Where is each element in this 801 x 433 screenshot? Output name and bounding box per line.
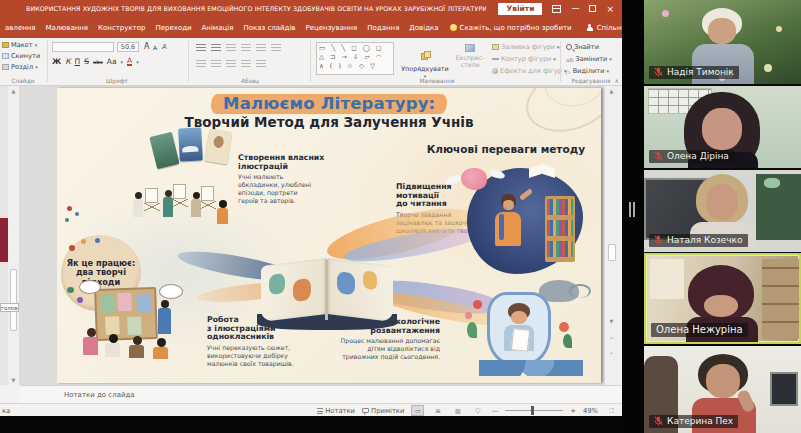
tell-me-box[interactable]: Скажіть, що потрібно зробити xyxy=(450,24,572,32)
scrollbar-thumb[interactable] xyxy=(10,269,17,331)
align-left-icon[interactable] xyxy=(196,60,206,67)
participant-video-kateryna-pekh[interactable]: Катерина Пех xyxy=(644,346,801,433)
title-bar: ВИКОРИСТАННЯ ХУДОЖНІХ ТВОРІВ ДЛЯ ВИХОВАН… xyxy=(0,0,622,17)
small-strike-icon[interactable]: abc xyxy=(93,59,103,65)
layout-button[interactable]: Макет▾ xyxy=(2,41,40,49)
person-icon xyxy=(586,24,594,32)
align-center-icon[interactable] xyxy=(211,60,221,67)
collapse-ribbon-icon[interactable]: ∧ xyxy=(615,77,619,84)
find-button[interactable]: Знайти xyxy=(566,43,612,51)
font-color-button[interactable]: А xyxy=(127,57,132,66)
columns-icon[interactable] xyxy=(256,60,266,67)
shape-outline-button[interactable]: Контур фігури▾ xyxy=(492,55,566,63)
clear-format-icon[interactable]: A̸ xyxy=(162,43,167,51)
participant-video-olena-dirina[interactable]: Олена Діріна xyxy=(644,86,801,168)
strikethrough-button[interactable]: S xyxy=(84,57,89,66)
tab-pokaz-slaidiv[interactable]: Показ слайдів xyxy=(238,24,300,32)
notes-toggle[interactable]: Нотатки xyxy=(317,407,355,415)
bold-button[interactable]: Ж xyxy=(52,57,61,66)
reading-view-button[interactable]: ▥ xyxy=(451,405,464,416)
previous-slide-button[interactable]: ⌃ xyxy=(605,336,618,343)
tab-malyuvannya[interactable]: Малювання xyxy=(41,24,93,32)
fit-to-window-button[interactable]: ⛶ xyxy=(605,405,618,416)
quick-styles-button[interactable]: Експрес- стили xyxy=(452,44,488,68)
select-button[interactable]: ▷Виділити▾ xyxy=(566,67,612,75)
zoom-in-button[interactable]: + xyxy=(570,407,576,415)
indent-decrease-icon[interactable] xyxy=(226,44,236,51)
tab-vstavlennya[interactable]: авлення xyxy=(0,24,41,32)
zoom-level[interactable]: 49% xyxy=(583,407,598,415)
line-spacing-icon[interactable] xyxy=(256,44,266,51)
slides-group-label: Слайди xyxy=(0,78,46,84)
participant-name-label: Катерина Пех xyxy=(649,415,738,428)
zoom-slider[interactable] xyxy=(505,410,563,411)
status-left-fragment: ка xyxy=(2,407,10,415)
screen: ВИКОРИСТАННЯ ХУДОЖНІХ ТВОРІВ ДЛЯ ВИХОВАН… xyxy=(0,0,801,433)
participant-video-nadiia-tymonik[interactable]: Надія Тимонік xyxy=(644,0,801,84)
close-button[interactable]: × xyxy=(606,5,614,13)
italic-button[interactable]: К xyxy=(65,57,70,66)
wave-icon xyxy=(479,360,583,376)
shape-fill-button[interactable]: Заливка фігури▾ xyxy=(492,43,566,51)
slideshow-button[interactable]: ⛉ xyxy=(471,405,484,416)
change-case-button[interactable]: Аа xyxy=(107,57,117,66)
how-it-works-text: Як це працює: два творчі підходи xyxy=(67,259,135,287)
tab-animatsiya[interactable]: Анімація xyxy=(197,24,239,32)
comments-toggle[interactable]: Примітки xyxy=(362,407,404,415)
slide-canvas[interactable]: Малюємо Літературу: Творчий Метод для За… xyxy=(57,88,601,383)
justify-icon[interactable] xyxy=(241,60,251,67)
indent-increase-icon[interactable] xyxy=(241,44,251,51)
notes-panel[interactable]: Нотатки до слайда xyxy=(20,385,622,403)
normal-view-button[interactable]: ▭ xyxy=(411,405,424,416)
underline-button[interactable]: П xyxy=(75,57,81,66)
tab-podannya[interactable]: Подання xyxy=(362,24,404,32)
participant-video-olena-nezhurina[interactable]: Олена Нежуріна xyxy=(644,253,801,344)
arrange-button[interactable]: Упорядкувати ▾ xyxy=(400,44,450,79)
thumbnails-scrollbar[interactable]: ▲ ▼ xyxy=(8,86,20,385)
slide-thumbnail-partial[interactable] xyxy=(0,218,8,262)
align-right-icon[interactable] xyxy=(226,60,236,67)
flower-icon xyxy=(559,322,569,332)
replace-button[interactable]: abЗамінити▾ xyxy=(566,55,612,63)
participant-video-natalia-kozechko[interactable]: Наталя Козечко xyxy=(644,170,801,252)
font-name-input[interactable] xyxy=(52,42,114,52)
grow-font-button[interactable]: А xyxy=(144,42,149,51)
numbering-icon[interactable] xyxy=(211,44,221,51)
wing-icon xyxy=(444,174,461,186)
participant-name-label: Олена Діріна xyxy=(649,150,734,163)
drawing-group-label: Малювання xyxy=(314,78,560,84)
shrink-font-button[interactable]: А xyxy=(153,44,157,51)
minimize-button[interactable]: — xyxy=(571,5,579,13)
text-direction-icon[interactable] xyxy=(271,44,281,51)
slide-sorter-view-button[interactable]: ⊞ xyxy=(431,405,444,416)
zoom-slider-thumb[interactable] xyxy=(531,406,534,415)
section-button[interactable]: Розділ▾ xyxy=(2,63,40,71)
divider-handle[interactable] xyxy=(629,202,631,217)
tab-konstruktor[interactable]: Конструктор xyxy=(93,24,150,32)
participant-name-label: Надія Тимонік xyxy=(649,66,739,79)
arrange-icon xyxy=(421,51,429,59)
tab-perekhody[interactable]: Переходи xyxy=(150,24,196,32)
panel-divider[interactable] xyxy=(622,0,644,433)
lightbulb-icon xyxy=(450,24,457,31)
font-size-input[interactable]: 50,6 xyxy=(117,42,139,52)
notes-placeholder: Нотатки до слайда xyxy=(64,391,135,399)
maximize-button[interactable] xyxy=(589,5,596,12)
shape-effects-button[interactable]: Ефекти для фігур▾ xyxy=(492,67,566,75)
mic-muted-icon xyxy=(654,416,663,426)
window-light xyxy=(650,259,684,299)
bullets-icon[interactable] xyxy=(196,44,206,51)
slide-scrollbar[interactable]: ▲ ▼ ⌃ ⌄ xyxy=(604,86,618,385)
benefits-heading: Ключові переваги методу xyxy=(427,143,585,155)
shapes-gallery[interactable]: ▭ ╲ ╲ ◻ ◯ ◻ △ ⊐ → ⇩ ▱ ◠ ∧ ( ) ☆ ◇ ▽ xyxy=(316,42,394,75)
scrollbar-thumb[interactable] xyxy=(608,244,616,261)
tab-dovidka[interactable]: Довідка xyxy=(404,24,443,32)
tab-retsenzuvannya[interactable]: Рецензування xyxy=(300,24,362,32)
ribbon-options-icon[interactable] xyxy=(552,5,561,13)
reset-button[interactable]: Скинути xyxy=(2,52,40,60)
speech-bubble xyxy=(159,284,183,299)
next-slide-button[interactable]: ⌄ xyxy=(605,348,618,355)
search-icon xyxy=(566,44,572,50)
zoom-out-button[interactable]: — xyxy=(491,407,498,415)
sign-in-button[interactable]: Увійти xyxy=(498,3,542,15)
